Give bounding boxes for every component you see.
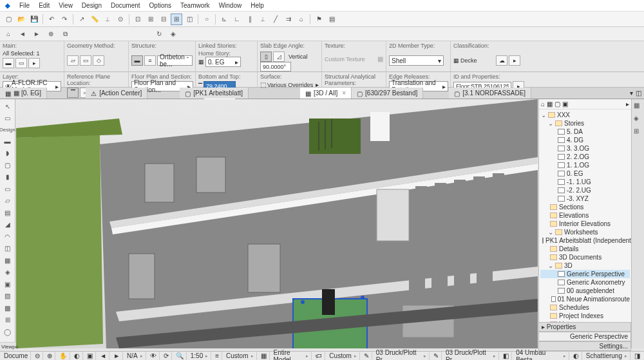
status-layers-icon[interactable]: ≡: [213, 352, 222, 360]
new-icon[interactable]: ▢: [3, 14, 14, 25]
door-tool[interactable]: ◗: [2, 149, 14, 158]
home-story-dropdown[interactable]: 0. EG▸: [205, 57, 241, 67]
zoom-in-icon[interactable]: ⊕: [44, 352, 55, 360]
tree-indexes[interactable]: Project Indexes: [540, 312, 630, 320]
status-d2[interactable]: 03 Druck/Plott Pr...: [443, 352, 499, 360]
snap4-icon[interactable]: ◫: [184, 14, 195, 25]
wall-tool[interactable]: ▬: [2, 137, 14, 146]
status-custom[interactable]: Custom: [223, 352, 256, 360]
menu-edit[interactable]: Edit: [39, 2, 50, 9]
tree-hidden[interactable]: 00 ausgeblendet: [540, 287, 630, 295]
point-icon[interactable]: ⊙: [115, 14, 126, 25]
tree-3ddocs[interactable]: 3D Documents: [540, 253, 630, 261]
angle1-icon[interactable]: ⊾: [218, 14, 230, 25]
tab-nordfassade[interactable]: ▢[3.1 NORDFASSADE]: [449, 88, 531, 99]
menu-design[interactable]: Design: [82, 2, 102, 9]
tree-stories[interactable]: ⌄Stories: [540, 119, 630, 128]
status-entire[interactable]: Entire Model: [271, 352, 312, 360]
status-doc[interactable]: Docume: [1, 352, 31, 360]
tab-3d[interactable]: ▦[3D / All]×: [300, 88, 352, 99]
nav-btn3[interactable]: ▢: [554, 100, 560, 108]
3d-viewport[interactable]: [15, 99, 538, 348]
status-zoom-icon[interactable]: 🔍: [173, 352, 187, 360]
home2-icon[interactable]: ⌂: [3, 28, 14, 40]
snap3-icon[interactable]: ⊟: [158, 14, 169, 25]
member-dropdown[interactable]: Shell▾: [389, 55, 444, 66]
close-icon[interactable]: ×: [342, 90, 346, 97]
class-cloud-icon[interactable]: ☁: [496, 55, 507, 66]
tree-anim[interactable]: 01 Neue Animationsroute: [540, 295, 630, 303]
status-pen2-icon[interactable]: ✎: [431, 352, 442, 360]
save-icon[interactable]: 💾: [28, 14, 40, 25]
status-s2[interactable]: ▣: [84, 352, 96, 360]
status-pen-icon[interactable]: ✎: [361, 352, 372, 360]
nav-btn2[interactable]: ▦: [547, 100, 553, 108]
tree-story[interactable]: 1. 1.OG: [540, 161, 630, 169]
geom-rect[interactable]: ▭: [80, 55, 91, 66]
tree-story[interactable]: -3. XYZ: [540, 194, 630, 203]
slab-angle-input[interactable]: [260, 62, 291, 71]
morph-tool[interactable]: ◈: [2, 268, 14, 278]
status-s1[interactable]: ◐: [71, 352, 83, 360]
geom-poly[interactable]: ▱: [67, 55, 79, 66]
redo-icon[interactable]: ↷: [59, 14, 70, 25]
hand-icon[interactable]: ✋: [57, 352, 70, 360]
geom-rot[interactable]: ◇: [93, 55, 104, 66]
tree-story[interactable]: 5. DA: [540, 128, 630, 136]
railing-tool[interactable]: ⊞: [2, 316, 14, 325]
roof-tool[interactable]: ◢: [2, 220, 14, 230]
ref-top[interactable]: ▔: [67, 88, 79, 98]
home-icon[interactable]: ⌂: [296, 14, 307, 25]
fwd-icon[interactable]: ►: [31, 28, 43, 40]
tree-story[interactable]: -1. 1.UG: [540, 178, 630, 186]
rs-2[interactable]: ◈: [634, 115, 643, 124]
status-custom2[interactable]: Custom: [327, 352, 359, 360]
flag-icon[interactable]: ⚑: [313, 14, 325, 25]
shell-tool[interactable]: ◠: [2, 232, 14, 242]
status-s3[interactable]: ◄: [97, 352, 109, 360]
nav-menu-icon[interactable]: ▸: [626, 100, 629, 108]
tree-worksheets[interactable]: ⌄Worksheets: [540, 228, 630, 236]
struct-single[interactable]: ▬: [131, 55, 143, 66]
status-d3[interactable]: 04 Umbau Besta...: [513, 352, 569, 360]
menu-teamwork[interactable]: Teamwork: [180, 2, 210, 9]
menu-window[interactable]: Window: [219, 2, 242, 9]
ruler-icon[interactable]: ⟂: [102, 14, 113, 25]
main-btn1[interactable]: ▬: [3, 58, 14, 68]
status-ov-icon[interactable]: ◧: [500, 352, 512, 360]
tab-dropdown-icon[interactable]: ▾: [630, 90, 633, 97]
curtain-tool[interactable]: ▦: [2, 256, 14, 265]
arrow-tool[interactable]: ↖: [2, 102, 14, 111]
status-na[interactable]: N/A: [124, 352, 146, 360]
tab-split-icon[interactable]: ◫: [636, 90, 641, 97]
tree-ws-item[interactable]: PK1 Arbeitsblatt (Independent): [540, 236, 630, 245]
rs-1[interactable]: ▦: [634, 102, 643, 111]
tree-sections[interactable]: Sections: [540, 203, 630, 211]
open-icon[interactable]: 📂: [15, 14, 27, 25]
tree-3d[interactable]: ⌄3D: [540, 261, 630, 270]
tab-pk1[interactable]: ▢[PK1 Arbeitsblatt]: [180, 88, 249, 99]
circle-icon[interactable]: ○: [201, 14, 213, 25]
object-tool[interactable]: ▣: [2, 279, 14, 289]
status-tag-icon[interactable]: 🏷: [313, 352, 325, 360]
snap1-icon[interactable]: ⊡: [132, 14, 144, 25]
sheet-icon[interactable]: ▤: [326, 14, 337, 25]
slab-tool[interactable]: ▱: [2, 196, 14, 206]
edge-ang[interactable]: ◿: [273, 52, 285, 62]
tree-axon[interactable]: Generic Axonometry: [540, 278, 630, 287]
main-btn2[interactable]: ▭: [15, 58, 27, 68]
nav-btn4[interactable]: ▣: [562, 100, 568, 108]
class-next[interactable]: ▸: [509, 55, 520, 66]
line-icon[interactable]: ╱: [270, 14, 281, 25]
menu-file[interactable]: File: [19, 2, 30, 9]
status-shade-icon[interactable]: ◐: [571, 352, 582, 360]
tree-details[interactable]: Details: [540, 245, 630, 253]
properties-panel-header[interactable]: ▸ Properties: [538, 322, 631, 332]
skylight-tool[interactable]: ◫: [2, 244, 14, 254]
edge-vert[interactable]: ▯: [260, 52, 272, 62]
rs-3[interactable]: ⊞: [634, 128, 643, 137]
mesh-tool[interactable]: ▩: [2, 303, 14, 313]
menu-help[interactable]: Help: [251, 2, 264, 9]
tree-schedules[interactable]: Schedules: [540, 303, 630, 312]
grid-icon[interactable]: ⊞: [171, 14, 182, 25]
